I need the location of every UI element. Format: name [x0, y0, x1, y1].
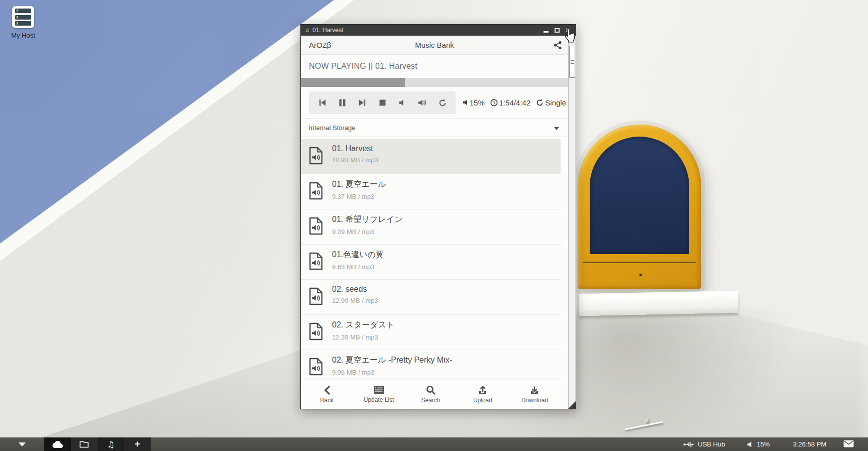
- track-meta: 9.37 MB / mp3: [332, 193, 561, 200]
- track-title: 02. seeds: [332, 285, 561, 294]
- next-track-button[interactable]: [356, 96, 369, 109]
- back-button[interactable]: Back: [301, 380, 353, 409]
- volume-up-button[interactable]: [416, 96, 429, 109]
- audio-file-icon: [308, 217, 323, 237]
- volume-value: 15%: [470, 98, 485, 107]
- taskbar-music-button[interactable]: ♫: [97, 437, 124, 451]
- desktop-icon-my-host[interactable]: My Host: [7, 6, 39, 39]
- server-stack-icon: [12, 6, 34, 28]
- volume-tray-item[interactable]: 15%: [736, 440, 781, 448]
- maximize-icon: [555, 28, 560, 33]
- upload-icon: [478, 386, 488, 395]
- track-meta: 12.39 MB / mp3: [332, 333, 561, 341]
- progress-bar[interactable]: [301, 78, 568, 87]
- scrollbar-thumb[interactable]: [569, 46, 575, 78]
- storage-selector[interactable]: Internal Storage: [301, 118, 568, 137]
- track-meta: 10.93 MB / mp3: [332, 156, 561, 164]
- caret-down-icon: [19, 442, 26, 446]
- wallpaper-window-rail: [583, 262, 696, 263]
- wallpaper-window-glass: [590, 137, 689, 254]
- maximize-button[interactable]: [554, 27, 560, 34]
- track-title: 01. 希望リフレイン: [332, 214, 561, 225]
- speaker-icon: [747, 441, 753, 447]
- desktop: My Host ♫ 01. Harvest ✕ ArOZβ: [0, 0, 868, 451]
- volume-down-icon: [398, 99, 406, 106]
- repeat-icon: [536, 99, 544, 106]
- stop-icon: [379, 99, 386, 106]
- track-title: 01. 夏空エール: [332, 179, 561, 190]
- envelope-icon: [843, 440, 854, 447]
- pause-button[interactable]: [336, 96, 349, 109]
- download-button[interactable]: Download: [509, 380, 561, 409]
- track-row[interactable]: 01.色違いの翼 9.63 MB / mp3: [301, 245, 561, 280]
- chevron-left-icon: [323, 386, 331, 395]
- chevron-down-icon: [554, 127, 559, 130]
- track-title: 01. Harvest: [332, 144, 561, 153]
- wallpaper-window-sill: [579, 291, 738, 316]
- taskbar-add-button[interactable]: +: [124, 437, 151, 451]
- time-status: 1:54/4:42: [490, 98, 531, 107]
- track-title: 02. スターダスト: [332, 320, 561, 330]
- list-icon: [374, 386, 384, 394]
- track-meta: 9.06 MB / mp3: [332, 369, 561, 376]
- storage-selector-value: Internal Storage: [309, 124, 356, 132]
- window-scrollbar[interactable]: [568, 36, 576, 409]
- taskbar-clock: 3:26:58 PM: [781, 440, 839, 448]
- share-button[interactable]: [554, 41, 562, 51]
- cloud-icon: [52, 440, 64, 448]
- music-player-window: ♫ 01. Harvest ✕ ArOZβ Music Bank: [300, 24, 576, 409]
- track-list: 01. Harvest 10.93 MB / mp3 01: [301, 139, 561, 380]
- track-row[interactable]: 02. スターダスト 12.39 MB / mp3: [301, 315, 561, 350]
- folder-icon: [79, 440, 89, 448]
- usb-icon: [683, 441, 694, 447]
- usb-hub-tray-item[interactable]: USB Hub: [672, 440, 736, 448]
- window-titlebar[interactable]: ♫ 01. Harvest ✕: [301, 25, 576, 36]
- audio-file-icon: [308, 358, 323, 378]
- reload-icon: [439, 99, 447, 107]
- audio-file-icon: [308, 182, 323, 202]
- playback-mode[interactable]: Single: [536, 98, 566, 107]
- volume-up-icon: [418, 99, 427, 106]
- track-row[interactable]: 02. 夏空エール -Pretty Perky Mix- 9.06 MB / m…: [301, 350, 561, 380]
- skip-previous-icon: [318, 98, 327, 107]
- download-icon: [529, 386, 539, 395]
- volume-down-button[interactable]: [396, 96, 409, 109]
- music-note-icon: ♫: [305, 27, 309, 34]
- minimize-button[interactable]: [542, 27, 549, 34]
- share-icon: [554, 41, 562, 50]
- search-label: Search: [421, 397, 441, 404]
- transport-button-group: [309, 91, 456, 114]
- window-resize-grip[interactable]: [568, 401, 576, 409]
- taskbar-expand-button[interactable]: [0, 437, 44, 451]
- track-meta: 9.09 MB / mp3: [332, 228, 561, 236]
- track-title: 01.色違いの翼: [332, 250, 561, 260]
- minimize-icon: [544, 31, 549, 33]
- player-controls: 15% 1:54/4:42: [301, 87, 568, 118]
- taskbar-files-button[interactable]: [71, 437, 97, 451]
- taskbar-cloud-button[interactable]: [44, 437, 71, 451]
- track-title: 02. 夏空エール -Pretty Perky Mix-: [332, 355, 561, 366]
- track-row[interactable]: 01. 夏空エール 9.37 MB / mp3: [301, 174, 561, 209]
- desktop-icon-label: My Host: [7, 32, 39, 39]
- back-label: Back: [320, 397, 334, 404]
- reload-button[interactable]: [436, 96, 449, 109]
- usb-hub-label: USB Hub: [698, 440, 725, 448]
- search-button[interactable]: Search: [405, 380, 457, 409]
- window-content: ArOZβ Music Bank NOW PLAYING || 01. Harv…: [301, 36, 576, 409]
- progress-fill: [301, 78, 405, 87]
- update-list-button[interactable]: Update List: [353, 380, 404, 409]
- time-value: 1:54/4:42: [499, 98, 531, 107]
- clock-icon: [490, 99, 498, 106]
- upload-button[interactable]: Upload: [457, 380, 508, 409]
- download-label: Download: [521, 397, 548, 404]
- track-row[interactable]: 02. seeds 12.99 MB / mp3: [301, 280, 561, 315]
- mail-tray-button[interactable]: [838, 440, 868, 449]
- previous-track-button[interactable]: [315, 96, 329, 109]
- close-button[interactable]: ✕: [565, 27, 571, 34]
- wallpaper-wire-peg: [645, 418, 648, 422]
- window-title: 01. Harvest: [312, 27, 343, 34]
- track-row[interactable]: 01. Harvest 10.93 MB / mp3: [301, 139, 561, 174]
- track-row[interactable]: 01. 希望リフレイン 9.09 MB / mp3: [301, 209, 561, 245]
- stop-button[interactable]: [376, 96, 389, 109]
- taskbar: ♫ + USB Hub: [0, 437, 868, 451]
